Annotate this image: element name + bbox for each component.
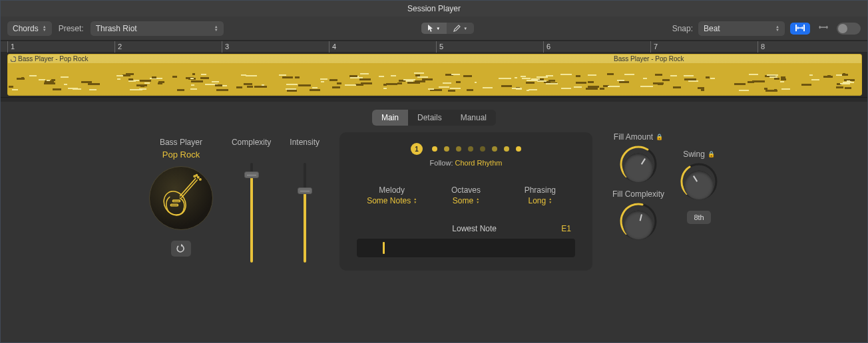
follow-label: Follow:	[430, 159, 453, 167]
region-name: Bass Player - Pop Rock	[614, 55, 684, 62]
player-avatar[interactable]	[149, 166, 213, 230]
ruler-tick: 3	[222, 41, 229, 53]
snap-value: Beat	[704, 24, 771, 33]
phrasing-select[interactable]: Long ▲▼	[529, 196, 552, 205]
svg-rect-8	[170, 204, 178, 205]
editor-toolbar: Chords ▲▼ Preset: Thrash Riot ▲▼ ▼ ▼ Sna…	[1, 17, 867, 41]
pattern-dot[interactable]	[516, 146, 521, 152]
region-name: Bass Player - Pop Rock	[18, 55, 89, 62]
swing-label: Swing	[683, 150, 705, 159]
fill-amount-knob[interactable]	[618, 144, 658, 184]
pattern-dot[interactable]	[480, 146, 485, 152]
snap-to-grid-icon	[795, 25, 805, 31]
lowest-note-slider[interactable]	[357, 239, 575, 257]
complexity-label: Complexity	[232, 138, 271, 147]
lowest-note-label: Lowest Note	[452, 224, 497, 233]
pencil-tool-button[interactable]: ▼	[447, 23, 474, 34]
ruler-tick: 1	[7, 41, 15, 53]
inspector-tabs: Main Details Manual	[372, 110, 496, 126]
pattern-dot[interactable]	[444, 146, 449, 152]
phrasing-label: Phrasing	[505, 185, 575, 195]
svg-point-4	[200, 179, 201, 180]
octaves-select[interactable]: Some ▲▼	[453, 196, 479, 205]
window-title: Session Player	[1, 1, 867, 17]
snap-label: Snap:	[672, 24, 693, 33]
complexity-slider[interactable]	[250, 163, 253, 263]
swing-division-button[interactable]: 8th	[687, 211, 710, 224]
chevron-updown-icon: ▲▼	[214, 25, 218, 32]
svg-point-6	[196, 175, 197, 176]
follow-value[interactable]: Chord Rhythm	[455, 159, 503, 167]
preset-value: Thrash Riot	[96, 24, 210, 33]
session-player-region[interactable]: Bass Player - Pop Rock Bass Player - Pop…	[7, 54, 862, 96]
ruler-tick: 2	[114, 41, 122, 53]
pencil-icon	[453, 25, 461, 32]
pattern-panel: 1 Follow: Chord Rhythm Melody Some Notes…	[339, 132, 592, 271]
bass-guitar-icon	[155, 172, 207, 224]
catch-playhead-switch[interactable]	[837, 23, 861, 35]
swing-knob[interactable]	[679, 162, 719, 201]
ruler-tick: 4	[329, 41, 336, 53]
pointer-tool-button[interactable]: ▼	[421, 23, 447, 34]
session-player-inspector: Main Details Manual Bass Player Pop Rock	[1, 102, 867, 342]
svg-rect-1	[803, 25, 805, 31]
ruler-tick: 8	[758, 41, 765, 53]
tab-details[interactable]: Details	[408, 110, 451, 126]
tab-manual[interactable]: Manual	[451, 110, 496, 126]
loop-icon	[11, 57, 16, 62]
svg-rect-7	[172, 200, 180, 201]
session-player-window: Session Player Chords ▲▼ Preset: Thrash …	[0, 0, 868, 343]
svg-rect-0	[795, 25, 797, 31]
link-icon[interactable]	[815, 23, 831, 33]
tab-main[interactable]: Main	[372, 110, 408, 126]
intensity-slider[interactable]	[304, 163, 306, 263]
fill-amount-label: Fill Amount	[614, 132, 653, 142]
lock-icon[interactable]: 🔒	[708, 151, 715, 158]
snap-mode-button[interactable]	[790, 23, 810, 35]
svg-point-3	[198, 177, 199, 178]
slider-thumb[interactable]	[298, 187, 312, 194]
mode-value: Chords	[13, 24, 39, 33]
pattern-dot[interactable]	[492, 146, 497, 152]
ruler-tick: 5	[436, 41, 443, 53]
player-kind-label: Bass Player	[160, 138, 202, 147]
pattern-dot[interactable]	[468, 146, 473, 152]
player-style-label: Pop Rock	[162, 150, 200, 160]
preset-label: Preset:	[59, 24, 84, 33]
chevron-updown-icon: ▲▼	[43, 25, 47, 32]
tool-mode-toggle[interactable]: ▼ ▼	[421, 23, 474, 34]
chevron-updown-icon: ▲▼	[476, 197, 479, 204]
fill-complexity-label: Fill Complexity	[612, 189, 664, 199]
ruler-tick: 7	[650, 41, 658, 53]
pattern-number[interactable]: 1	[411, 143, 423, 155]
preset-select[interactable]: Thrash Riot ▲▼	[91, 21, 224, 36]
ruler-tick: 6	[543, 41, 550, 53]
lock-icon[interactable]: 🔒	[656, 134, 663, 140]
chevron-updown-icon: ▲▼	[413, 197, 417, 204]
chevron-updown-icon: ▲▼	[775, 25, 779, 32]
slider-thumb[interactable]	[244, 172, 259, 178]
mode-select[interactable]: Chords ▲▼	[7, 21, 52, 36]
octaves-label: Octaves	[431, 185, 501, 195]
pattern-dot[interactable]	[504, 146, 509, 152]
pattern-dot[interactable]	[456, 146, 461, 152]
svg-point-5	[194, 175, 195, 177]
intensity-label: Intensity	[290, 138, 320, 147]
region-track[interactable]: Bass Player - Pop Rock Bass Player - Pop…	[1, 53, 867, 98]
reload-icon	[176, 244, 186, 253]
lowest-note-value: E1	[561, 224, 571, 233]
pointer-icon	[428, 25, 433, 32]
fill-complexity-knob[interactable]	[618, 201, 658, 241]
melody-label: Melody	[357, 185, 427, 195]
timeline-ruler[interactable]: 1 2 3 4 5 6 7 8	[1, 41, 867, 53]
melody-select[interactable]: Some Notes ▲▼	[367, 196, 417, 205]
pattern-dot[interactable]	[432, 146, 437, 152]
snap-select[interactable]: Beat ▲▼	[698, 21, 785, 36]
pattern-dots[interactable]	[432, 146, 521, 152]
chevron-updown-icon: ▲▼	[548, 197, 552, 204]
slider-thumb[interactable]	[383, 242, 385, 254]
regenerate-button[interactable]	[171, 241, 191, 257]
